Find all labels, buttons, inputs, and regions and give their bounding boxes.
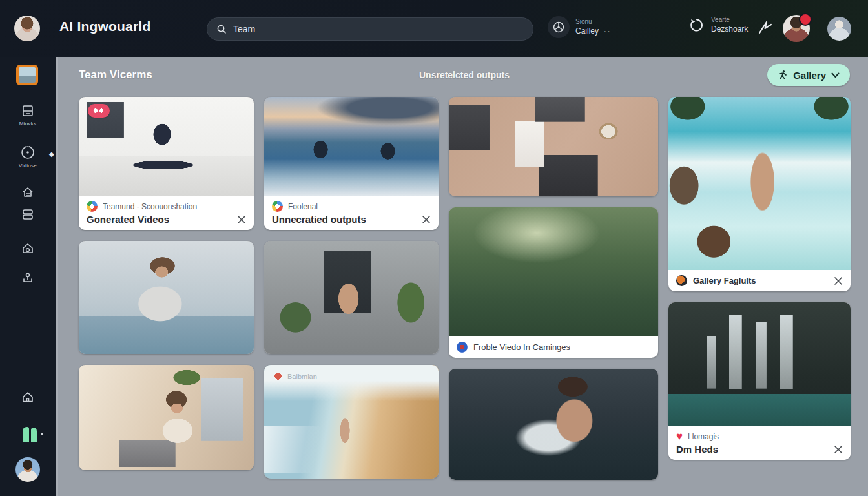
app-title: AI Ingwouarld: [59, 19, 150, 34]
card-caption: Teamund - Scoouonshation Gonerated Video…: [79, 196, 254, 230]
grid-column-2: Foolenal Unnecratied outputs: [264, 97, 439, 480]
secondary-avatar[interactable]: [827, 17, 851, 41]
main-content: Team Vicerms Unsretelcted outputs Galler…: [58, 57, 868, 496]
overflow-dots-icon[interactable]: ··: [604, 27, 611, 36]
card-image-dancer[interactable]: [79, 97, 254, 196]
gallery-button-label: Gallery: [793, 70, 826, 81]
video-card[interactable]: Teamund - Scoouonshation Gonerated Video…: [79, 97, 254, 230]
home-lock-icon: [20, 241, 36, 256]
source-badge: Balbmian: [273, 371, 317, 381]
history-icon: [688, 17, 705, 34]
card-image-beach-man[interactable]: [668, 97, 851, 270]
video-card[interactable]: Foolenal Unnecratied outputs: [264, 97, 439, 230]
status-dot: [41, 433, 43, 435]
video-card[interactable]: Froble Viedo In Caminges: [449, 207, 658, 358]
close-icon[interactable]: [834, 445, 843, 454]
archive-box-icon: [20, 103, 36, 119]
nav-label-line2: Dezshoark: [711, 25, 748, 34]
cursor-icon[interactable]: [757, 19, 774, 36]
sidebar-item-home-alt[interactable]: [0, 185, 56, 200]
card-title: Foolenal: [288, 202, 318, 211]
video-card[interactable]: ♥ Llomagis Dm Heds: [668, 302, 851, 460]
heart-icon: ♥: [676, 431, 683, 442]
nav-label-line2: Cailley ··: [575, 26, 611, 36]
wheel-icon: [548, 16, 570, 38]
sidebar-item-share[interactable]: [0, 270, 56, 285]
house-antenna-icon: [20, 185, 36, 200]
nav-label: Vearte Dezshoark: [711, 16, 748, 34]
card-subtitle: Unnecratied outputs: [272, 214, 366, 225]
video-card[interactable]: [264, 241, 439, 354]
card-title: Froble Viedo In Caminges: [473, 342, 570, 352]
close-icon[interactable]: [834, 276, 843, 285]
gallery-dropdown-button[interactable]: Gallery: [767, 64, 850, 86]
page-subtitle: Unsretelcted outputs: [419, 70, 510, 80]
heart-badge: [88, 104, 110, 118]
card-grid: Teamund - Scoouonshation Gonerated Video…: [79, 97, 868, 480]
video-card[interactable]: Balbmian: [264, 365, 439, 479]
nav-label-line1: Sionu: [575, 18, 611, 26]
chevron-down-icon: [831, 72, 840, 78]
grid-column-4: Gallery Faglults ♥ Llomagis: [668, 97, 851, 480]
card-title: Teamund - Scoouonshation: [103, 202, 197, 211]
card-image-beach-walk[interactable]: Balbmian: [264, 365, 439, 479]
nav-item-dashboard[interactable]: Vearte Dezshoark: [688, 16, 748, 34]
card-image-waterfall[interactable]: [668, 302, 851, 426]
grid-column-1: Teamund - Scoouonshation Gonerated Video…: [79, 97, 254, 480]
nav-label-text: Cailley: [575, 26, 599, 36]
badge-label: Balbmian: [287, 373, 317, 380]
server-stack-icon: [20, 207, 36, 222]
card-image-dark-water[interactable]: [449, 369, 658, 480]
card-caption: Froble Viedo In Caminges: [449, 336, 658, 358]
app-window: AI Ingwouarld Team Sionu Cailley ··: [0, 0, 868, 496]
search-icon: [216, 24, 227, 34]
video-card[interactable]: Gallery Faglults: [668, 97, 851, 291]
sidebar-item-videos[interactable]: Vidiose: [0, 144, 56, 169]
card-caption: Foolenal Unnecratied outputs: [264, 196, 439, 230]
card-title: Llomagis: [688, 432, 719, 441]
sidebar-profile-avatar[interactable]: [16, 457, 40, 482]
video-card[interactable]: [449, 369, 658, 480]
card-image-desk-topdown[interactable]: [449, 97, 658, 196]
app-logo-avatar[interactable]: [14, 16, 40, 41]
user-avatar[interactable]: [783, 15, 810, 42]
card-image-forest[interactable]: [449, 207, 658, 336]
card-subtitle: Dm Heds: [676, 444, 718, 455]
video-card[interactable]: [449, 97, 658, 196]
grid-column-3: Froble Viedo In Caminges: [449, 97, 658, 480]
active-thumbnail-icon[interactable]: [16, 65, 38, 85]
close-icon[interactable]: [422, 215, 431, 224]
sidebar: Miovks Vidiose ◆: [0, 57, 58, 496]
source-app-icon: [676, 275, 687, 286]
topbar: AI Ingwouarld Team Sionu Cailley ··: [0, 0, 868, 57]
source-app-icon: [272, 201, 283, 212]
card-image-laptop-woman[interactable]: [79, 365, 254, 470]
video-card[interactable]: [79, 365, 254, 470]
card-subtitle: Gonerated Videos: [87, 214, 169, 225]
sidebar-item-movies[interactable]: Miovks: [0, 103, 56, 127]
source-app-icon: [457, 342, 468, 353]
card-caption: Gallery Faglults: [668, 270, 851, 291]
sidebar-item-locked[interactable]: [0, 241, 56, 256]
search-bar[interactable]: Team: [207, 17, 533, 41]
close-icon[interactable]: [237, 215, 246, 224]
sidebar-item-library[interactable]: [0, 207, 56, 222]
running-person-icon: [778, 70, 788, 80]
sidebar-item-label: Vidiose: [19, 163, 37, 169]
sidebar-item-home[interactable]: [0, 389, 56, 405]
nav-label-line1: Vearte: [711, 16, 748, 25]
card-image-sunset-water[interactable]: [264, 97, 439, 196]
card-title: Gallery Faglults: [693, 276, 756, 285]
card-image-alley-woman[interactable]: [264, 241, 439, 354]
nav-label: Sionu Cailley ··: [575, 18, 611, 36]
sidebar-item-label: Miovks: [19, 121, 37, 127]
search-input-value[interactable]: Team: [233, 24, 255, 34]
card-image-lake-woman[interactable]: [79, 241, 254, 354]
green-app-icon[interactable]: [21, 426, 38, 442]
sparkle-icon: ◆: [49, 150, 54, 158]
page-title: Team Vicerms: [79, 68, 419, 81]
swirl-icon: [273, 371, 283, 381]
video-card[interactable]: [79, 241, 254, 354]
home-icon: [20, 389, 36, 405]
nav-item-gallery[interactable]: Sionu Cailley ··: [548, 16, 611, 38]
